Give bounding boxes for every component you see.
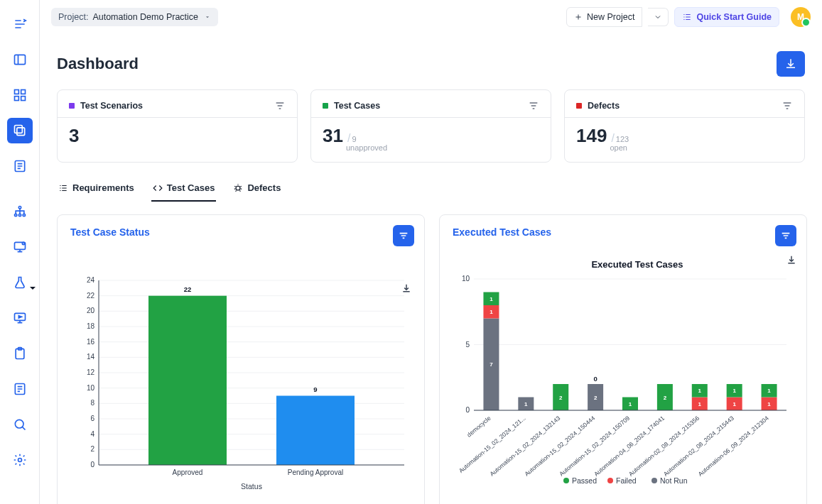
svg-point-102 — [563, 478, 569, 483]
sidebar-flask-icon[interactable] — [7, 270, 33, 295]
plus-icon — [574, 13, 583, 21]
card-subnum: 123 — [616, 135, 629, 143]
avatar[interactable]: M — [791, 7, 811, 27]
panel-filter-button[interactable] — [393, 225, 414, 246]
filter-icon[interactable] — [528, 100, 539, 111]
svg-text:24: 24 — [87, 276, 95, 284]
panel-download-button[interactable] — [401, 283, 411, 296]
svg-text:12: 12 — [87, 368, 95, 376]
export-button[interactable] — [777, 51, 805, 77]
card-value: 3 — [69, 125, 79, 147]
svg-point-18 — [15, 420, 23, 428]
svg-text:1: 1 — [767, 401, 771, 407]
svg-text:1: 1 — [524, 401, 528, 407]
download-icon — [401, 283, 411, 293]
new-project-button[interactable]: New Project — [566, 7, 642, 27]
card-subtext: open — [610, 143, 627, 152]
tab-test-cases[interactable]: Test Cases — [151, 178, 217, 202]
svg-rect-12 — [14, 242, 25, 249]
svg-text:22: 22 — [184, 285, 192, 293]
new-project-dropdown[interactable] — [648, 8, 669, 26]
svg-text:0: 0 — [90, 461, 94, 469]
bug-icon — [233, 183, 243, 193]
filter-icon[interactable] — [274, 100, 286, 111]
svg-text:0: 0 — [465, 406, 470, 414]
svg-text:1: 1 — [732, 388, 736, 394]
svg-text:Automation-02_08_2024_215356: Automation-02_08_2024_215356 — [627, 415, 701, 478]
svg-text:1: 1 — [629, 401, 632, 407]
svg-point-13 — [22, 242, 24, 244]
sidebar-monitor-play-icon[interactable] — [7, 305, 33, 331]
sidebar-layers-icon[interactable] — [7, 118, 33, 143]
svg-text:Automation-15_02_2024_150444: Automation-15_02_2024_150444 — [523, 415, 596, 478]
svg-text:8: 8 — [90, 399, 94, 407]
svg-text:1: 1 — [732, 401, 736, 407]
svg-rect-0 — [14, 55, 25, 64]
new-project-label: New Project — [587, 12, 634, 22]
svg-rect-5 — [16, 128, 24, 136]
svg-text:14: 14 — [87, 353, 95, 361]
svg-rect-4 — [21, 97, 25, 101]
svg-text:Status: Status — [241, 482, 262, 491]
svg-text:Not Run: Not Run — [660, 476, 688, 485]
panel-filter-button[interactable] — [775, 225, 796, 246]
sidebar-notes-icon[interactable] — [7, 153, 33, 179]
svg-text:Automation-06_09_2024_212304: Automation-06_09_2024_212304 — [697, 415, 770, 478]
dot-red — [576, 103, 582, 109]
svg-text:5: 5 — [465, 341, 470, 349]
tab-label: Defects — [247, 182, 281, 193]
card-title: Defects — [588, 101, 620, 111]
svg-rect-3 — [14, 97, 18, 101]
tab-label: Requirements — [72, 182, 134, 193]
main: Project: Automation Demo Practice New Pr… — [40, 0, 822, 504]
svg-text:Failed: Failed — [616, 476, 637, 485]
sidebar-collapse-icon[interactable] — [7, 11, 33, 37]
svg-rect-47 — [148, 296, 227, 465]
svg-rect-2 — [21, 90, 25, 94]
content: Dashboard Test Scenarios 3 Test Cases — [40, 34, 822, 504]
tab-requirements[interactable]: Requirements — [57, 178, 136, 202]
project-label: Project: — [58, 12, 88, 22]
tab-defects[interactable]: Defects — [232, 178, 282, 202]
topbar: Project: Automation Demo Practice New Pr… — [40, 0, 822, 34]
sidebar-clipboard-icon[interactable] — [7, 341, 33, 366]
svg-text:Passed: Passed — [572, 476, 597, 485]
sidebar-search-icon[interactable] — [7, 412, 33, 437]
filter-icon — [398, 230, 409, 241]
panel-download-button[interactable] — [786, 255, 796, 268]
sidebar-grid-icon[interactable] — [7, 82, 33, 108]
project-value: Automation Demo Practice — [92, 12, 198, 22]
download-icon — [786, 255, 796, 265]
sidebar-panel-icon[interactable] — [7, 47, 33, 72]
sidebar-monitor-gear-icon[interactable] — [7, 234, 33, 260]
svg-text:1: 1 — [767, 388, 771, 394]
svg-text:Automation-15_02_2024_132143: Automation-15_02_2024_132143 — [488, 415, 561, 478]
executed-test-cases-chart: Executed Test Cases0510711democycle1Auto… — [453, 258, 794, 492]
tabs: Requirements Test Cases Defects — [57, 178, 805, 202]
svg-text:9: 9 — [313, 385, 317, 393]
svg-point-8 — [18, 207, 21, 209]
filter-icon[interactable] — [782, 100, 793, 111]
card-title: Test Cases — [334, 101, 380, 111]
sidebar — [0, 0, 40, 504]
quick-start-button[interactable]: Quick Start Guide — [674, 7, 779, 27]
svg-text:Executed Test Cases: Executed Test Cases — [591, 259, 683, 270]
sidebar-report-icon[interactable] — [7, 376, 33, 402]
chevron-down-icon — [654, 13, 662, 21]
svg-text:2: 2 — [664, 395, 667, 401]
project-selector[interactable]: Project: Automation Demo Practice — [51, 8, 218, 26]
tab-label: Test Cases — [167, 182, 215, 193]
svg-point-19 — [18, 459, 21, 462]
svg-text:4: 4 — [90, 430, 94, 438]
list-icon — [682, 12, 692, 22]
svg-point-104 — [607, 478, 613, 483]
svg-text:Automation-15_02_2024_121...: Automation-15_02_2024_121... — [458, 415, 527, 474]
card-value: 149 — [576, 125, 607, 147]
svg-text:1: 1 — [490, 296, 493, 302]
panel-title: Executed Test Cases — [453, 226, 794, 238]
sidebar-hierarchy-icon[interactable] — [7, 199, 33, 224]
panel-title: Test Case Status — [70, 226, 411, 238]
svg-text:2: 2 — [594, 395, 597, 401]
sidebar-settings-icon[interactable] — [7, 447, 33, 473]
page-title: Dashboard — [57, 55, 139, 73]
